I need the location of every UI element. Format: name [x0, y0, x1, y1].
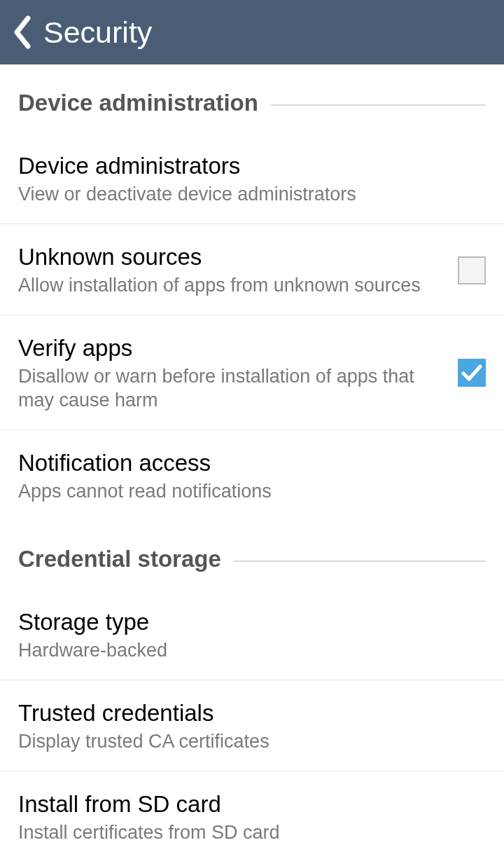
back-icon[interactable] [13, 15, 34, 49]
checkbox-unknown-sources[interactable] [458, 256, 486, 284]
settings-list: Device administration Device administrat… [0, 64, 504, 859]
item-title: Verify apps [18, 334, 444, 362]
item-subtitle: Apps cannot read notifications [18, 480, 472, 504]
page-title: Security [43, 15, 152, 50]
item-unknown-sources[interactable]: Unknown sources Allow installation of ap… [0, 224, 504, 315]
item-verify-apps[interactable]: Verify apps Disallow or warn before inst… [0, 315, 504, 430]
checkbox-verify-apps[interactable] [458, 359, 486, 387]
section-title: Device administration [18, 90, 258, 116]
item-notification-access[interactable]: Notification access Apps cannot read not… [0, 430, 504, 521]
item-subtitle: Hardware-backed [18, 639, 472, 663]
item-trusted-credentials[interactable]: Trusted credentials Display trusted CA c… [0, 680, 504, 771]
item-install-from-sd[interactable]: Install from SD card Install certificate… [0, 771, 504, 859]
section-title: Credential storage [18, 546, 221, 572]
item-subtitle: Install certificates from SD card [18, 821, 472, 845]
section-divider [271, 104, 486, 106]
section-header-credential-storage: Credential storage [0, 521, 504, 578]
item-title: Trusted credentials [18, 699, 472, 727]
item-subtitle: Allow installation of apps from unknown … [18, 274, 444, 298]
section-divider [234, 561, 486, 562]
item-title: Storage type [18, 607, 472, 636]
item-subtitle: Disallow or warn before installation of … [18, 365, 444, 413]
item-title: Device administrators [18, 151, 472, 180]
app-header: Security [0, 0, 504, 64]
item-subtitle: View or deactivate device administrators [18, 183, 472, 207]
item-title: Unknown sources [18, 242, 444, 271]
item-title: Install from SD card [18, 790, 472, 818]
item-device-administrators[interactable]: Device administrators View or deactivate… [0, 122, 504, 224]
section-header-device-admin: Device administration [0, 64, 504, 122]
item-subtitle: Display trusted CA certificates [18, 730, 472, 754]
item-title: Notification access [18, 448, 472, 477]
item-storage-type[interactable]: Storage type Hardware-backed [0, 578, 504, 680]
